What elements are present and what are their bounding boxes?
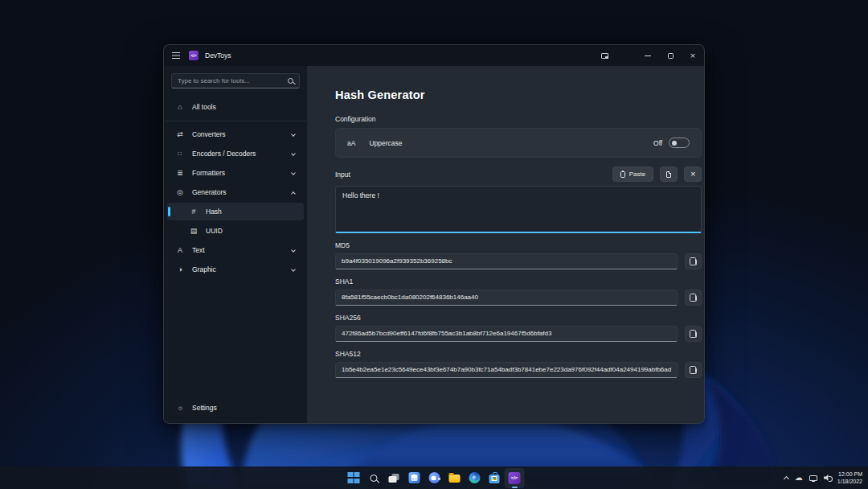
taskbar-clock[interactable]: 12:00 PM 1/18/2022: [837, 471, 862, 486]
chevron-down-icon: [291, 171, 296, 175]
clipboard-icon: [620, 171, 625, 178]
sha1-label: SHA1: [335, 277, 702, 286]
copy-icon: [692, 259, 697, 265]
window-titlebar: </> DevToys ×: [164, 45, 704, 66]
uuid-icon: ▤: [189, 227, 199, 235]
microsoft-store-icon: [489, 475, 500, 483]
search-icon: [371, 475, 378, 482]
chat-button[interactable]: [424, 468, 444, 488]
sidebar-item-encoders-decoders[interactable]: ∷ Encoders / Decoders: [167, 145, 304, 162]
tray-overflow-button[interactable]: [784, 475, 788, 481]
sidebar-item-label: UUID: [206, 227, 223, 235]
uppercase-toggle-state: Off: [653, 139, 662, 147]
file-icon: [666, 171, 671, 178]
store-button[interactable]: [485, 468, 505, 488]
sha512-output-field[interactable]: 1b5e4b2ea5e1e23c5649ece43bf3e674b7a90b3f…: [335, 362, 678, 378]
devtoys-taskbar-button[interactable]: </>: [505, 468, 525, 488]
main-content: Hash Generator Configuration aA Uppercas…: [307, 66, 705, 423]
copy-icon: [692, 368, 697, 374]
task-view-button[interactable]: [384, 468, 404, 488]
clear-input-button[interactable]: ×: [684, 166, 702, 182]
text-tool-icon: A: [175, 246, 185, 254]
clock-time: 12:00 PM: [837, 471, 862, 478]
widgets-button[interactable]: [404, 468, 424, 488]
settings-gear-icon: ☼: [175, 404, 185, 412]
file-explorer-icon: [448, 475, 460, 483]
network-icon[interactable]: [809, 475, 817, 481]
md5-row: b9a4f035019096a2f939352b369258bc: [335, 253, 702, 269]
start-button[interactable]: [344, 468, 364, 488]
close-button[interactable]: ×: [682, 45, 704, 66]
hamburger-menu-icon[interactable]: [172, 52, 180, 59]
tool-search-box[interactable]: [171, 73, 300, 88]
sidebar-item-settings[interactable]: ☼ Settings: [167, 399, 304, 417]
volume-icon[interactable]: [824, 475, 831, 481]
chevron-up-icon: [291, 191, 296, 196]
search-input[interactable]: [178, 77, 288, 84]
sidebar-item-all-tools[interactable]: ⌂ All tools: [167, 98, 304, 116]
maximize-icon: [668, 53, 674, 59]
sidebar-item-label: Settings: [192, 404, 217, 412]
chevron-down-icon: [291, 132, 296, 137]
hash-icon: #: [189, 208, 199, 216]
uppercase-setting-card: aA Uppercase Off: [335, 128, 702, 158]
sidebar-item-text[interactable]: A Text: [167, 241, 304, 259]
file-explorer-button[interactable]: [444, 468, 465, 488]
sidebar-item-label: All tools: [192, 103, 216, 111]
input-section-label: Input: [335, 171, 350, 179]
sha512-label: SHA512: [335, 350, 702, 358]
chevron-down-icon: [291, 151, 296, 156]
chevron-down-icon: [291, 267, 296, 272]
uppercase-aA-icon: aA: [347, 139, 355, 147]
maximize-button[interactable]: [659, 45, 682, 66]
devtoys-logo-icon: </>: [189, 51, 199, 60]
sidebar-item-label: Text: [192, 246, 205, 254]
minimize-icon: [645, 55, 651, 56]
sidebar-nav: ⌂ All tools ⇄ Converters ∷ Encoders / De…: [164, 97, 307, 279]
sha256-label: SHA256: [335, 314, 702, 322]
sidebar-item-uuid[interactable]: ▤ UUID: [167, 222, 304, 240]
sidebar-item-label: Graphic: [192, 265, 216, 273]
uppercase-toggle-switch[interactable]: [669, 138, 690, 148]
sha512-copy-button[interactable]: [685, 362, 702, 378]
load-file-button[interactable]: [660, 166, 678, 182]
widgets-icon: [408, 472, 420, 483]
minimize-button[interactable]: [637, 45, 659, 66]
taskbar-search-button[interactable]: [364, 468, 384, 488]
md5-output-field[interactable]: b9a4f035019096a2f939352b369258bc: [335, 253, 678, 269]
md5-copy-button[interactable]: [685, 253, 702, 269]
sidebar-item-converters[interactable]: ⇄ Converters: [167, 125, 304, 143]
sidebar: ⌂ All tools ⇄ Converters ∷ Encoders / De…: [164, 66, 307, 423]
sidebar-item-formatters[interactable]: ≣ Formatters: [167, 164, 304, 182]
paste-button-label: Paste: [629, 171, 645, 178]
copy-icon: [692, 331, 697, 338]
onedrive-cloud-icon[interactable]: ☁: [795, 474, 803, 482]
teams-chat-icon: [428, 472, 440, 483]
sidebar-item-label: Formatters: [192, 169, 225, 177]
sidebar-item-graphic[interactable]: ◑ Graphic: [167, 261, 304, 278]
close-icon: ×: [690, 51, 695, 60]
uppercase-setting-label: Uppercase: [369, 139, 402, 147]
sidebar-item-generators[interactable]: ◎ Generators: [167, 183, 304, 201]
sha1-output-field[interactable]: 8fa581f55caecb0bc1da080202f64836b146aa40: [335, 290, 678, 306]
sha256-copy-button[interactable]: [685, 326, 702, 342]
search-icon[interactable]: [288, 78, 293, 84]
sha256-output-field[interactable]: 472f86ad5b7bcd90eff6147fd6f8fb755ac3b1ab…: [335, 326, 678, 342]
generators-icon: ◎: [175, 188, 185, 196]
sha1-copy-button[interactable]: [685, 290, 702, 306]
paste-button[interactable]: Paste: [612, 166, 653, 182]
sidebar-item-hash[interactable]: # Hash: [167, 203, 304, 220]
window-controls: ×: [593, 45, 704, 66]
sidebar-item-label: Generators: [192, 188, 227, 196]
taskbar-center-icons: </>: [344, 468, 525, 488]
devtoys-app-icon: </>: [509, 472, 521, 484]
md5-label: MD5: [335, 241, 702, 249]
compact-overlay-button[interactable]: [593, 45, 616, 66]
sidebar-item-label: Converters: [192, 130, 226, 138]
hash-input-textarea[interactable]: Hello there !: [335, 186, 702, 233]
sidebar-spacer: [164, 279, 307, 398]
edge-button[interactable]: [465, 468, 485, 488]
picture-in-picture-icon: [601, 53, 608, 59]
windows-start-icon: [348, 472, 359, 483]
taskbar: </> ☁ 12:00 PM 1/18/2022: [0, 466, 868, 489]
